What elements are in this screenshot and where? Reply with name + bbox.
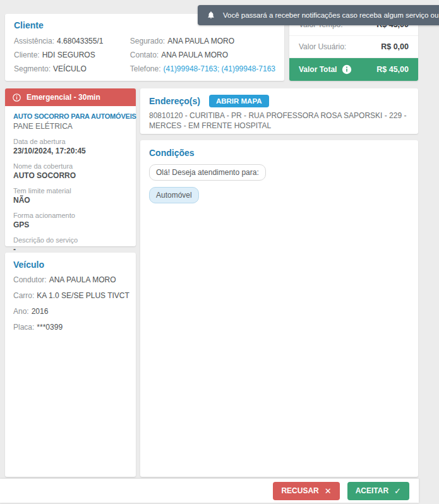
conditions-card: Condições Olá! Deseja atendimento para: … <box>140 140 418 477</box>
notification-toast[interactable]: Você passará a receber notificações caso… <box>198 5 439 25</box>
service-field: Nome da cobertura AUTO SOCORRO <box>13 162 128 180</box>
conditions-message: Olá! Deseja atendimento para: <box>149 164 266 181</box>
emergency-badge-label: Emergencial - 30min <box>27 93 100 102</box>
check-icon: ✓ <box>394 486 401 496</box>
client-columns: Assistência:4.68043355/1 Cliente:HDI SEG… <box>14 34 275 76</box>
vehicle-card-title: Veículo <box>13 260 128 270</box>
valor-total-label: Valor Total <box>299 65 337 74</box>
service-name: AUTO SOCORRO PARA AUTOMÓVEIS <box>13 112 128 120</box>
vehicle-field: Placa:***0399 <box>13 320 128 335</box>
client-right-fields: Segurado:ANA PAULA MORO Contato:ANA PAUL… <box>130 34 275 76</box>
service-field: Data de abertura 23/10/2024, 17:20:45 <box>13 138 128 155</box>
vehicle-field: Carro:KA 1.0 SE/SE PLUS TIVCT <box>13 288 128 304</box>
decline-button[interactable]: RECUSAR ✕ <box>273 482 339 500</box>
decline-button-label: RECUSAR <box>281 486 318 495</box>
vehicle-card: Veículo Condutor:ANA PAULA MORO Carro:KA… <box>5 253 136 477</box>
phone-line: Telefone:(41)99948-7163; (41)99948-7163 <box>130 62 275 76</box>
valor-total-row: Valor Total R$ 45,00 <box>289 58 418 81</box>
service-card: Emergencial - 30min AUTO SOCORRO PARA AU… <box>5 88 136 246</box>
accept-button-label: ACEITAR <box>356 486 388 495</box>
service-field: Forma acionamento GPS <box>13 212 128 229</box>
alert-info-icon <box>12 93 21 102</box>
vehicle-type-chip[interactable]: Automóvel <box>149 187 199 203</box>
client-field: Assistência:4.68043355/1 <box>14 34 130 48</box>
service-body: AUTO SOCORRO PARA AUTOMÓVEIS PANE ELÉTRI… <box>5 106 136 267</box>
close-icon: ✕ <box>325 486 332 496</box>
info-icon[interactable] <box>342 64 352 75</box>
address-header: Endereço(s) ABRIR MAPA <box>149 95 409 107</box>
address-card: Endereço(s) ABRIR MAPA 80810120 - CURITI… <box>140 88 418 134</box>
client-field: Cliente:HDI SEGUROS <box>14 48 130 62</box>
valor-usuario-row: Valor Usuário: R$ 0,00 <box>289 36 418 58</box>
vehicle-fields: Condutor:ANA PAULA MORO Carro:KA 1.0 SE/… <box>13 272 128 335</box>
valor-usuario-value: R$ 0,00 <box>381 42 409 51</box>
vehicle-field: Ano:2016 <box>13 304 128 320</box>
action-bar: RECUSAR ✕ ACEITAR ✓ <box>0 479 419 503</box>
bell-icon <box>207 11 215 20</box>
client-field: Segurado:ANA PAULA MORO <box>130 34 275 48</box>
valor-total-value: R$ 45,00 <box>376 65 409 74</box>
address-text: 80810120 - CURITIBA - PR - RUA PROFESSOR… <box>149 111 409 131</box>
phone-link[interactable]: (41)99948-7163; (41)99948-7163 <box>164 64 275 73</box>
address-card-title: Endereço(s) <box>149 96 200 106</box>
accept-button[interactable]: ACEITAR ✓ <box>347 482 409 500</box>
open-map-button[interactable]: ABRIR MAPA <box>209 95 269 107</box>
valor-usuario-label: Valor Usuário: <box>299 42 346 51</box>
notification-text: Você passará a receber notificações caso… <box>223 11 439 19</box>
service-field: Tem limite material NÃO <box>13 187 128 205</box>
client-left-fields: Assistência:4.68043355/1 Cliente:HDI SEG… <box>14 34 130 76</box>
vehicle-field: Condutor:ANA PAULA MORO <box>13 272 128 288</box>
client-right-list: Segurado:ANA PAULA MORO Contato:ANA PAUL… <box>130 34 275 62</box>
client-field: Contato:ANA PAULA MORO <box>130 48 275 62</box>
conditions-message-row: Olá! Deseja atendimento para: <box>149 164 409 181</box>
client-field: Segmento:VEÍCULO <box>14 62 130 76</box>
conditions-chip-row: Automóvel <box>149 187 409 203</box>
emergency-badge: Emergencial - 30min <box>5 88 136 106</box>
service-subtitle: PANE ELÉTRICA <box>13 122 128 131</box>
conditions-card-title: Condições <box>149 148 409 158</box>
service-fields: Data de abertura 23/10/2024, 17:20:45 No… <box>13 138 128 254</box>
page: Cliente Assistência:4.68043355/1 Cliente… <box>0 0 439 504</box>
service-field: Descrição do serviço - <box>13 236 128 254</box>
